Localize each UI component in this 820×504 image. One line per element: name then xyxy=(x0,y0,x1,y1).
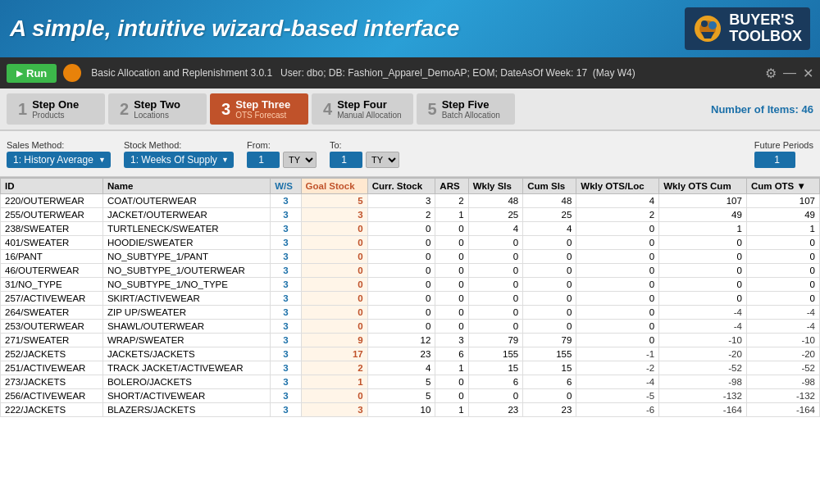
table-cell: 3 xyxy=(271,250,301,264)
table-cell: 3 xyxy=(271,194,301,208)
table-cell: 0 xyxy=(746,292,819,306)
table-cell: 0 xyxy=(523,292,576,306)
table-cell: 49 xyxy=(746,208,819,222)
table-cell: 251/ACTIVEWEAR xyxy=(1,361,103,375)
table-cell: 3 xyxy=(271,278,301,292)
close-icon[interactable]: ✕ xyxy=(803,66,813,81)
table-cell: -20 xyxy=(746,347,819,361)
from-unit-select[interactable]: TY xyxy=(283,152,317,168)
table-cell: -164 xyxy=(746,403,819,417)
table-cell: 0 xyxy=(659,292,747,306)
table-cell: 0 xyxy=(468,292,523,306)
table-cell: 0 xyxy=(435,292,468,306)
step-two[interactable]: 2 Step Two Locations xyxy=(108,93,207,125)
table-cell: 0 xyxy=(746,236,819,250)
table-cell: -98 xyxy=(659,375,747,389)
table-cell: 1 xyxy=(746,222,819,236)
table-cell: 0 xyxy=(523,320,576,334)
table-cell: 49 xyxy=(659,208,747,222)
run-button[interactable]: Run xyxy=(7,64,57,83)
sales-method-select[interactable]: 1: History Average xyxy=(7,152,111,168)
table-cell: 3 xyxy=(301,403,367,417)
table-cell: 220/OUTERWEAR xyxy=(1,194,103,208)
table-cell: 0 xyxy=(301,278,367,292)
table-cell: -2 xyxy=(576,361,659,375)
step-one[interactable]: 1 Step One Products xyxy=(7,93,105,125)
table-cell: 0 xyxy=(367,250,435,264)
step-five[interactable]: 5 Step Five Batch Allocation xyxy=(417,93,515,125)
table-cell: 23 xyxy=(468,403,523,417)
table-cell: -5 xyxy=(576,389,659,403)
table-cell: BLAZERS/JACKETS xyxy=(102,403,270,417)
table-cell: 107 xyxy=(659,194,747,208)
step-four-name: Step Four xyxy=(337,98,401,111)
sales-method-wrapper: 1: History Average xyxy=(7,152,111,168)
table-cell: 0 xyxy=(367,292,435,306)
step-four[interactable]: 4 Step Four Manual Allocation xyxy=(312,93,413,125)
table-cell: 107 xyxy=(746,194,819,208)
table-cell: 3 xyxy=(271,403,301,417)
table-cell: 9 xyxy=(301,334,367,347)
table-cell: 79 xyxy=(468,334,523,347)
table-cell: 3 xyxy=(271,375,301,389)
table-cell: NO_SUBTYPE_1/OUTERWEAR xyxy=(102,264,270,278)
table-cell: 10 xyxy=(367,403,435,417)
table-cell: 0 xyxy=(576,250,659,264)
logo-area: BUYER'S TOOLBOX xyxy=(685,7,810,50)
table-cell: 3 xyxy=(271,306,301,320)
table-cell: NO_SUBTYPE_1/PANT xyxy=(102,250,270,264)
to-unit-select[interactable]: TY xyxy=(366,152,399,168)
col-curr-stock: Curr. Stock xyxy=(367,179,435,194)
step-one-sub: Products xyxy=(32,111,79,120)
table-cell: -1 xyxy=(576,347,659,361)
table-cell: 0 xyxy=(523,250,576,264)
col-id: ID xyxy=(1,179,103,194)
table-cell: 0 xyxy=(659,236,747,250)
table-cell: -164 xyxy=(659,403,747,417)
table-cell: 0 xyxy=(301,222,367,236)
table-cell: 0 xyxy=(659,250,747,264)
stock-method-select[interactable]: 1: Weeks Of Supply xyxy=(124,152,234,168)
table-cell: 3 xyxy=(271,292,301,306)
table-cell: 0 xyxy=(659,264,747,278)
future-input[interactable] xyxy=(754,152,795,168)
logo-line2: TOOLBOX xyxy=(729,29,802,45)
table-cell: 0 xyxy=(468,320,523,334)
table-cell: -4 xyxy=(659,306,747,320)
table-cell: 0 xyxy=(523,389,576,403)
svg-point-2 xyxy=(701,20,708,27)
table-cell: 3 xyxy=(271,389,301,403)
settings-icon[interactable]: ⚙ xyxy=(765,66,777,81)
table-cell: 155 xyxy=(523,347,576,361)
table-cell: 0 xyxy=(301,389,367,403)
table-cell: 6 xyxy=(435,347,468,361)
table-cell: JACKETS/JACKETS xyxy=(102,347,270,361)
step-two-name: Step Two xyxy=(134,98,180,111)
table-cell: 0 xyxy=(435,222,468,236)
table-cell: NO_SUBTYPE_1/NO_TYPE xyxy=(102,278,270,292)
table-cell: 3 xyxy=(435,334,468,347)
col-ws: W/S xyxy=(271,179,301,194)
to-input[interactable] xyxy=(330,152,362,168)
svg-point-3 xyxy=(708,21,717,30)
future-group: Future Periods xyxy=(754,140,813,168)
minimize-icon[interactable]: — xyxy=(783,66,796,80)
table-cell: 3 xyxy=(271,347,301,361)
from-input[interactable] xyxy=(247,152,280,168)
table-cell: 6 xyxy=(468,375,523,389)
table-cell: 25 xyxy=(523,208,576,222)
table-cell: 155 xyxy=(468,347,523,361)
future-label: Future Periods xyxy=(754,140,813,150)
table-cell: 2 xyxy=(576,208,659,222)
header-title: A simple, intuitive wizard-based interfa… xyxy=(10,16,459,42)
step-five-name: Step Five xyxy=(442,98,500,111)
table-cell: 255/OUTERWEAR xyxy=(1,208,103,222)
col-ars: ARS xyxy=(435,179,468,194)
table-cell: 48 xyxy=(523,194,576,208)
table-cell: 252/JACKETS xyxy=(1,347,103,361)
logo-line1: BUYER'S xyxy=(729,12,802,29)
table-cell: 0 xyxy=(435,278,468,292)
step-three[interactable]: 3 Step Three OTS Forecast xyxy=(210,93,308,125)
table-cell: JACKET/OUTERWEAR xyxy=(102,208,270,222)
table-cell: 1 xyxy=(435,208,468,222)
